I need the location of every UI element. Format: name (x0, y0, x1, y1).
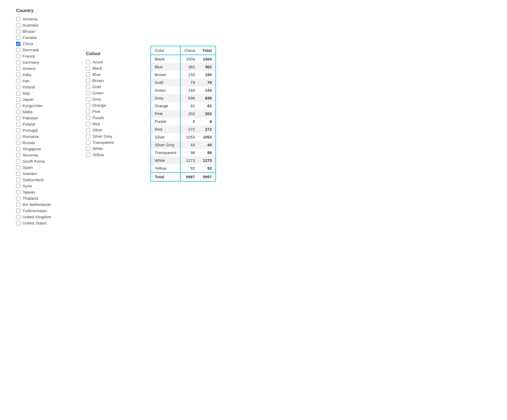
country-checkbox-denmark[interactable] (16, 48, 20, 52)
country-item[interactable]: Russia (16, 140, 70, 145)
country-item[interactable]: India (16, 72, 70, 77)
colour-checkbox-transparent[interactable] (86, 140, 90, 145)
country-checkbox-india[interactable] (16, 73, 20, 77)
country-item[interactable]: Switzerland (16, 177, 70, 182)
country-item[interactable]: Canada (16, 35, 70, 40)
colour-item[interactable]: Pink (86, 109, 134, 114)
colour-item[interactable]: Black (86, 66, 134, 70)
country-item[interactable]: Spain (16, 165, 70, 170)
country-checkbox-russia[interactable] (16, 141, 20, 145)
country-item[interactable]: Slovenia (16, 153, 70, 157)
colour-checkbox-purple[interactable] (86, 116, 90, 120)
colour-checkbox-orange[interactable] (86, 103, 90, 108)
country-item[interactable]: Portugal (16, 128, 70, 133)
colour-checkbox-pink[interactable] (86, 109, 90, 114)
country-checkbox-slovenia[interactable] (16, 153, 20, 157)
country-item[interactable]: United Kingdom (16, 215, 70, 219)
country-checkbox-ireland[interactable] (16, 85, 20, 89)
colour-item[interactable]: Brown (86, 78, 134, 83)
colour-checkbox-silver-grey[interactable] (86, 134, 90, 138)
country-checkbox-south-korea[interactable] (16, 159, 20, 163)
country-item[interactable]: Italy (16, 91, 70, 95)
country-item[interactable]: Armenia (16, 17, 70, 21)
country-checkbox-turkmenistan[interactable] (16, 209, 20, 213)
colour-checkbox-green[interactable] (86, 91, 90, 95)
country-item[interactable]: Thailand (16, 196, 70, 201)
country-item[interactable]: China (16, 41, 70, 46)
country-item[interactable]: France (16, 54, 70, 58)
country-checkbox-canada[interactable] (16, 35, 20, 40)
country-item[interactable]: Taiwan (16, 190, 70, 194)
country-checkbox-iran[interactable] (16, 79, 20, 83)
colour-checkbox-azure[interactable] (86, 60, 90, 64)
country-checkbox-spain[interactable] (16, 165, 20, 170)
country-checkbox-united-kingdom[interactable] (16, 215, 20, 219)
colour-checkbox-brown[interactable] (86, 79, 90, 83)
country-item[interactable]: Singapore (16, 147, 70, 151)
country-checkbox-malta[interactable] (16, 110, 20, 114)
colour-item[interactable]: Orange (86, 103, 134, 108)
colour-checkbox-silver[interactable] (86, 128, 90, 132)
colour-item[interactable]: Grey (86, 97, 134, 101)
country-checkbox-pakistan[interactable] (16, 116, 20, 120)
country-checkbox-syria[interactable] (16, 184, 20, 188)
country-item[interactable]: Pakistan (16, 116, 70, 120)
country-checkbox-bhutan[interactable] (16, 29, 20, 34)
colour-item[interactable]: Silver Grey (86, 134, 134, 138)
colour-item[interactable]: Gold (86, 84, 134, 89)
colour-checkbox-black[interactable] (86, 66, 90, 70)
country-item[interactable]: South Korea (16, 159, 70, 163)
country-checkbox-romania[interactable] (16, 134, 20, 139)
country-item[interactable]: Kyrgyzstan (16, 103, 70, 108)
country-item[interactable]: Syria (16, 184, 70, 188)
colour-item[interactable]: White (86, 146, 134, 151)
country-item[interactable]: Bhutan (16, 29, 70, 34)
country-item[interactable]: Ireland (16, 85, 70, 89)
country-checkbox-china[interactable] (16, 42, 20, 46)
country-checkbox-greece[interactable] (16, 66, 20, 71)
country-item[interactable]: Denmark (16, 48, 70, 52)
colour-item[interactable]: Silver (86, 128, 134, 132)
country-item[interactable]: Japan (16, 97, 70, 102)
colour-checkbox-red[interactable] (86, 122, 90, 126)
colour-item[interactable]: Blue (86, 72, 134, 77)
country-item[interactable]: United States (16, 221, 70, 225)
colour-item[interactable]: Purple (86, 115, 134, 120)
country-item[interactable]: Poland (16, 122, 70, 126)
country-item[interactable]: Germany (16, 60, 70, 65)
colour-checkbox-white[interactable] (86, 147, 90, 151)
country-item[interactable]: Australia (16, 23, 70, 27)
country-checkbox-the-netherlands[interactable] (16, 202, 20, 207)
country-checkbox-australia[interactable] (16, 23, 20, 27)
colour-item[interactable]: Yellow (86, 152, 134, 157)
country-checkbox-sweden[interactable] (16, 172, 20, 176)
country-checkbox-japan[interactable] (16, 97, 20, 102)
colour-item[interactable]: Azure (86, 60, 134, 64)
country-checkbox-singapore[interactable] (16, 147, 20, 151)
country-item[interactable]: Greece (16, 66, 70, 71)
country-item[interactable]: Sweden (16, 171, 70, 176)
country-checkbox-kyrgyzstan[interactable] (16, 104, 20, 108)
colour-item[interactable]: Transparent (86, 140, 134, 145)
colour-checkbox-grey[interactable] (86, 97, 90, 101)
colour-checkbox-gold[interactable] (86, 85, 90, 89)
colour-checkbox-blue[interactable] (86, 72, 90, 77)
colour-item[interactable]: Red (86, 122, 134, 126)
country-item[interactable]: the Netherlands (16, 202, 70, 207)
country-checkbox-taiwan[interactable] (16, 190, 20, 194)
country-checkbox-armenia[interactable] (16, 17, 20, 21)
country-checkbox-thailand[interactable] (16, 196, 20, 201)
country-checkbox-poland[interactable] (16, 122, 20, 126)
colour-checkbox-yellow[interactable] (86, 153, 90, 157)
country-checkbox-italy[interactable] (16, 91, 20, 95)
country-checkbox-france[interactable] (16, 54, 20, 58)
country-checkbox-germany[interactable] (16, 60, 20, 65)
country-item[interactable]: Malta (16, 109, 70, 114)
country-checkbox-united-states[interactable] (16, 221, 20, 225)
country-item[interactable]: Iran (16, 79, 70, 83)
country-item[interactable]: Turkmenistan (16, 208, 70, 213)
country-checkbox-switzerland[interactable] (16, 178, 20, 182)
colour-item[interactable]: Green (86, 91, 134, 95)
country-item[interactable]: Romania (16, 134, 70, 139)
country-checkbox-portugal[interactable] (16, 128, 20, 133)
